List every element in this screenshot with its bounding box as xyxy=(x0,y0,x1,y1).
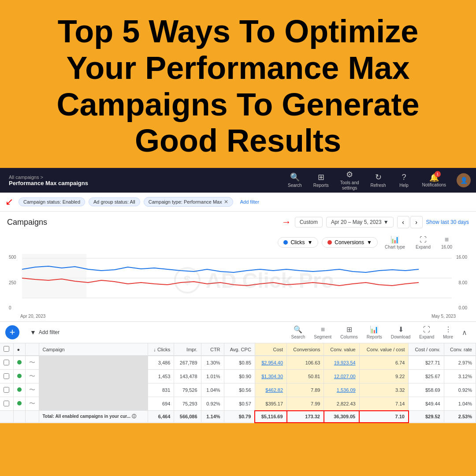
custom-button[interactable]: Custom xyxy=(295,217,323,227)
th-impr[interactable]: Impr. xyxy=(174,343,201,356)
row1-avg-cpc: $0.85 xyxy=(224,356,255,370)
chart-y-labels-right: 16.00 8.00 0.00 xyxy=(452,254,467,311)
filter-campaign-status-label: Campaign status: Enabled xyxy=(23,199,80,205)
chart-adjust-button[interactable]: ≡ 16.00 xyxy=(438,235,456,250)
table-section: + ▼ Add filter 🔍 Search ≡ Segment ⊞ Colu… xyxy=(0,321,476,423)
date-range-button[interactable]: Apr 20 – May 5, 2023 ▼ xyxy=(326,217,394,227)
table-search-button[interactable]: 🔍 Search xyxy=(288,324,309,340)
row3-campaign[interactable] xyxy=(39,383,148,397)
nav-tools[interactable]: ⚙ Tools andsettings xyxy=(336,167,364,193)
table-toolbar: + ▼ Add filter 🔍 Search ≡ Segment ⊞ Colu… xyxy=(0,322,476,343)
th-conv-rate[interactable]: Conv. rate xyxy=(444,343,476,356)
th-campaign[interactable]: Campaign xyxy=(39,343,148,356)
select-all-checkbox[interactable] xyxy=(4,346,9,352)
total-chart xyxy=(25,411,39,423)
row1-chart: 〜 xyxy=(25,356,39,370)
row1-campaign[interactable] xyxy=(39,356,148,370)
nav-help[interactable]: ? Help xyxy=(393,170,415,191)
filter-chip-ad-group[interactable]: Ad group status: All xyxy=(89,197,140,206)
row2-conv-value[interactable]: 12,027.00 xyxy=(324,370,359,383)
row1-checkbox[interactable] xyxy=(0,356,13,370)
row4-campaign[interactable] xyxy=(39,397,148,411)
th-clicks[interactable]: ↓ Clicks xyxy=(148,343,174,356)
clicks-metric-button[interactable]: Clicks ▼ xyxy=(278,237,318,248)
row2-cost-conv: $25.67 xyxy=(409,370,444,383)
table-more-button[interactable]: ⋮ More xyxy=(439,324,457,340)
table-download-button[interactable]: ⬇ Download xyxy=(387,324,414,340)
table-segment-button[interactable]: ≡ Segment xyxy=(310,325,335,340)
th-cost[interactable]: Cost xyxy=(255,343,286,356)
row3-clicks: 831 xyxy=(148,383,174,397)
add-filter-button[interactable]: Add filter xyxy=(237,198,263,206)
filter-bar: ↙ Campaign status: Enabled Ad group stat… xyxy=(0,193,476,212)
mini-chart-icon: 〜 xyxy=(29,400,35,407)
table-collapse-button[interactable]: ∧ xyxy=(458,327,471,338)
add-filter-table-button[interactable]: Add filter xyxy=(39,329,60,335)
nav-left: All campaigns > Performance Max campaign… xyxy=(5,175,88,186)
table-reports-button[interactable]: 📊 Reports xyxy=(363,324,386,340)
notification-count: 1 xyxy=(435,171,441,177)
row3-chart: 〜 xyxy=(25,383,39,397)
nav-reports[interactable]: ⊞ Reports xyxy=(309,170,333,191)
nav-notifications[interactable]: 🔔 1 Notifications xyxy=(418,170,450,190)
y-label-0: 0 xyxy=(9,305,22,310)
row2-campaign[interactable] xyxy=(39,370,148,383)
th-conversions[interactable]: Conversions xyxy=(287,343,324,356)
row2-checkbox[interactable] xyxy=(0,370,13,383)
filter-chip-campaign-type[interactable]: Campaign type: Performance Max ✕ xyxy=(144,197,233,207)
th-chart xyxy=(25,343,39,356)
refresh-icon: ↻ xyxy=(375,172,382,182)
total-cost: $5,116.69 xyxy=(255,411,286,423)
status-dot xyxy=(17,360,22,364)
breadcrumb[interactable]: All campaigns > xyxy=(9,175,88,180)
filter-remove-icon[interactable]: ✕ xyxy=(224,199,228,205)
row3-checkbox[interactable] xyxy=(0,383,13,397)
th-ctr[interactable]: CTR xyxy=(201,343,224,356)
row4-cost: $395.17 xyxy=(255,397,286,411)
mini-chart-icon: 〜 xyxy=(29,372,35,379)
total-conv-val-cost: 7.10 xyxy=(359,411,409,423)
row1-cost[interactable]: $2,954.40 xyxy=(255,356,286,370)
table-expand-label: Expand xyxy=(419,335,434,339)
table-columns-button[interactable]: ⊞ Columns xyxy=(337,324,361,340)
chart-type-button[interactable]: 📊 Chart type xyxy=(381,234,409,250)
filter-chip-campaign-status[interactable]: Campaign status: Enabled xyxy=(19,197,85,206)
th-checkbox[interactable] xyxy=(0,343,13,356)
chart-expand-button[interactable]: ⛶ Expand xyxy=(412,235,434,250)
nav-refresh[interactable]: ↻ Refresh xyxy=(366,170,390,191)
expand-icon: ⛶ xyxy=(420,236,427,244)
nav-search[interactable]: 🔍 Search xyxy=(283,170,306,191)
total-clicks: 6,464 xyxy=(148,411,174,423)
total-row: Total: All enabled campaigns in your cur… xyxy=(0,411,476,423)
filter-icon-area: ▼ Add filter xyxy=(30,329,281,336)
y-right-label-0: 0.00 xyxy=(452,305,467,310)
show-last-button[interactable]: Show last 30 days xyxy=(426,219,469,225)
total-checkbox xyxy=(0,411,13,423)
total-cost-conv: $29.52 xyxy=(409,411,444,423)
row4-avg-cpc: $0.57 xyxy=(224,397,255,411)
row4-checkbox[interactable] xyxy=(0,397,13,411)
help-label: Help xyxy=(399,183,409,188)
row3-conv-value[interactable]: 1,536.09 xyxy=(324,383,359,397)
row3-cost[interactable]: $462.82 xyxy=(255,383,286,397)
th-cost-conv[interactable]: Cost / conv. xyxy=(409,343,444,356)
title-line4: Good Results xyxy=(135,123,341,158)
row1-conv-value[interactable]: 19,923.54 xyxy=(324,356,359,370)
avatar[interactable]: 👤 xyxy=(457,173,471,187)
prev-period-button[interactable]: ‹ xyxy=(397,216,409,228)
chart-date-start: Apr 20, 2023 xyxy=(20,314,45,319)
th-conv-value-cost[interactable]: Conv. value / cost xyxy=(359,343,409,356)
next-period-button[interactable]: › xyxy=(410,216,423,228)
row2-cost[interactable]: $1,304.30 xyxy=(255,370,286,383)
header-right: → Custom Apr 20 – May 5, 2023 ▼ ‹ › Show… xyxy=(282,216,469,228)
table-expand-button[interactable]: ⛶ Expand xyxy=(416,325,438,340)
th-avg-cpc[interactable]: Avg. CPC xyxy=(224,343,255,356)
row2-conv: 50.81 xyxy=(287,370,324,383)
table-reports-label: Reports xyxy=(367,335,382,339)
conversions-metric-button[interactable]: Conversions ▼ xyxy=(322,237,378,248)
columns-icon: ⊞ xyxy=(346,325,352,334)
row3-cost-conv: $58.69 xyxy=(409,383,444,397)
add-campaign-button[interactable]: + xyxy=(5,325,19,339)
table-row: 〜 3,486 267,789 1.30% $0.85 $2,954.40 10… xyxy=(0,356,476,370)
th-conv-value[interactable]: Conv. value xyxy=(324,343,359,356)
